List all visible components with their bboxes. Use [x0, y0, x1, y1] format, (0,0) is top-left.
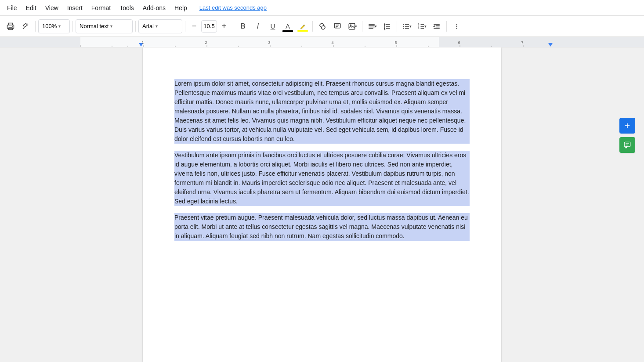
print-button[interactable] — [4, 19, 18, 33]
font-arrow: ▾ — [156, 24, 158, 29]
document-area: Lorem ipsum dolor sit amet, consectetur … — [0, 47, 644, 362]
separator-9 — [446, 21, 447, 32]
menu-format[interactable]: Format — [88, 3, 114, 13]
separator-7 — [362, 21, 362, 32]
style-value: Normal text — [80, 23, 109, 29]
svg-text:7: 7 — [521, 40, 523, 45]
font-value: Arial — [142, 23, 154, 29]
font-size-decrease[interactable]: − — [188, 20, 200, 33]
svg-text:3: 3 — [268, 40, 270, 45]
separator-5 — [233, 21, 233, 32]
svg-rect-67 — [624, 142, 630, 147]
svg-point-21 — [403, 25, 404, 26]
separator-3 — [135, 21, 136, 32]
menu-insert[interactable]: Insert — [64, 3, 86, 13]
menu-file[interactable]: File — [4, 3, 21, 13]
font-dropdown[interactable]: Arial ▾ — [138, 19, 182, 33]
align-button[interactable]: ▾ — [365, 19, 379, 33]
comment-button[interactable] — [330, 19, 344, 33]
ruler: 1 2 3 4 5 6 7 — [0, 37, 644, 47]
separator-1 — [35, 21, 36, 32]
menu-addons[interactable]: Add-ons — [139, 3, 169, 13]
document-page: Lorem ipsum dolor sit amet, consectetur … — [143, 47, 501, 362]
text-color-button[interactable]: A — [281, 19, 295, 33]
svg-rect-39 — [439, 37, 644, 47]
separator-8 — [397, 21, 397, 32]
paragraph-2[interactable]: Vestibulum ante ipsum primis in faucibus… — [174, 151, 470, 206]
document-content[interactable]: Lorem ipsum dolor sit amet, consectetur … — [174, 79, 470, 241]
more-options-button[interactable]: ⋮ — [449, 19, 463, 33]
font-size-increase[interactable]: + — [218, 20, 230, 33]
menu-edit[interactable]: Edit — [22, 3, 40, 13]
indent-decrease-button[interactable] — [430, 19, 444, 33]
svg-rect-37 — [0, 37, 80, 47]
paragraph-2-text: Vestibulum ante ipsum primis in faucibus… — [174, 152, 469, 205]
svg-point-9 — [350, 25, 351, 25]
image-button[interactable]: ▾ — [345, 19, 359, 33]
zoom-value: 100% — [42, 23, 57, 29]
svg-point-20 — [403, 24, 404, 25]
svg-text:5: 5 — [394, 40, 397, 45]
underline-button[interactable]: U — [266, 19, 280, 33]
paint-format-button[interactable] — [18, 19, 33, 33]
last-edit-indicator: Last edit was seconds ago — [199, 4, 267, 11]
svg-point-2 — [12, 26, 13, 27]
paragraph-3-text: Praesent vitae pretium augue. Praesent m… — [174, 214, 468, 239]
toolbar: 100% ▾ Normal text ▾ Arial ▾ − + B I U A — [0, 16, 644, 37]
suggest-button[interactable] — [619, 137, 635, 153]
style-arrow: ▾ — [110, 24, 112, 29]
menu-bar: File Edit View Insert Format Tools Add-o… — [0, 0, 644, 16]
menu-help[interactable]: Help — [171, 3, 191, 13]
paragraph-1-text: Lorem ipsum dolor sit amet, consectetur … — [174, 80, 466, 142]
bold-button[interactable]: B — [236, 19, 250, 33]
style-dropdown[interactable]: Normal text ▾ — [76, 19, 133, 33]
separator-6 — [312, 21, 313, 32]
svg-text:2: 2 — [205, 40, 207, 45]
font-size-input[interactable] — [201, 20, 217, 33]
svg-point-22 — [403, 28, 404, 29]
zoom-control[interactable]: 100% ▾ — [38, 19, 70, 33]
menu-view[interactable]: View — [42, 3, 62, 13]
svg-text:6: 6 — [458, 40, 460, 45]
add-comment-button[interactable] — [619, 118, 635, 134]
side-buttons — [619, 118, 635, 153]
separator-4 — [185, 21, 185, 32]
link-button[interactable] — [315, 19, 329, 33]
number-list-button[interactable]: 1. 2. 3. ▾ — [415, 19, 429, 33]
paragraph-3[interactable]: Praesent vitae pretium augue. Praesent m… — [174, 213, 470, 241]
svg-text:1: 1 — [141, 40, 144, 45]
line-spacing-button[interactable] — [380, 19, 394, 33]
paragraph-1[interactable]: Lorem ipsum dolor sit amet, consectetur … — [174, 79, 470, 144]
ruler-svg: 1 2 3 4 5 6 7 — [0, 37, 644, 47]
bullet-list-button[interactable]: ▾ — [400, 19, 414, 33]
font-size-control: − + — [188, 20, 230, 33]
zoom-arrow: ▾ — [58, 24, 61, 29]
svg-text:3.: 3. — [418, 27, 420, 29]
svg-rect-38 — [80, 37, 439, 47]
svg-rect-5 — [334, 23, 340, 28]
separator-2 — [72, 21, 73, 32]
svg-line-3 — [28, 24, 29, 25]
svg-text:4: 4 — [331, 40, 333, 45]
highlight-button[interactable] — [296, 19, 310, 33]
italic-button[interactable]: I — [251, 19, 265, 33]
menu-tools[interactable]: Tools — [116, 3, 137, 13]
